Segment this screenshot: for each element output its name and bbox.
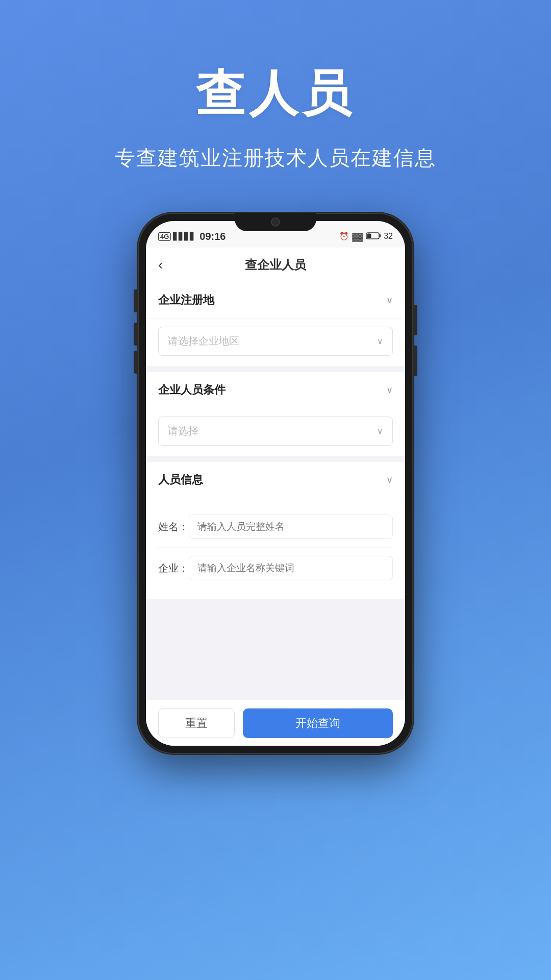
section-conditions: 企业人员条件 ∨ 请选择 ∨ bbox=[146, 372, 405, 456]
company-input[interactable] bbox=[189, 556, 393, 580]
alarm-icon: ⏰ bbox=[339, 232, 349, 241]
name-form-row: 姓名： bbox=[158, 506, 393, 548]
svg-rect-1 bbox=[380, 234, 381, 237]
conditions-select[interactable]: 请选择 ∨ bbox=[158, 416, 393, 446]
empty-area bbox=[146, 605, 405, 687]
bottom-bar: 重置 开始查询 bbox=[146, 700, 405, 746]
page-sub-title: 专查建筑业注册技术人员在建信息 bbox=[115, 144, 436, 172]
name-label: 姓名： bbox=[158, 520, 189, 534]
section-person-info-header: 人员信息 ∨ bbox=[146, 462, 405, 498]
name-input-wrapper bbox=[189, 514, 393, 539]
section-person-info-title: 人员信息 bbox=[158, 472, 203, 487]
select-chevron-icon-2: ∨ bbox=[377, 426, 383, 436]
section-conditions-title: 企业人员条件 bbox=[158, 382, 226, 398]
conditions-placeholder: 请选择 bbox=[168, 424, 198, 438]
section-conditions-content: 请选择 ∨ bbox=[146, 408, 405, 456]
back-button[interactable]: ‹ bbox=[158, 257, 163, 273]
battery-percentage: 32 bbox=[384, 232, 393, 241]
reset-button[interactable]: 重置 bbox=[158, 708, 235, 738]
nav-title: 查企业人员 bbox=[245, 257, 306, 273]
chevron-down-icon-2: ∨ bbox=[386, 384, 393, 396]
company-form-row: 企业： bbox=[158, 548, 393, 589]
section-conditions-header: 企业人员条件 ∨ bbox=[146, 372, 405, 408]
select-chevron-icon: ∨ bbox=[377, 336, 383, 346]
phone-shell: 4G ▋▋▋▋ 09:16 ⏰ ▓▓ 32 bbox=[138, 213, 413, 754]
section-registration-content: 请选择企业地区 ∨ bbox=[146, 318, 405, 366]
phone-screen: 4G ▋▋▋▋ 09:16 ⏰ ▓▓ 32 bbox=[146, 221, 405, 746]
status-right: ⏰ ▓▓ 32 bbox=[339, 232, 393, 241]
section-registration-title: 企业注册地 bbox=[158, 292, 214, 308]
search-button[interactable]: 开始查询 bbox=[243, 708, 393, 738]
battery-level bbox=[366, 232, 381, 241]
page-main-title: 查人员 bbox=[196, 61, 355, 128]
phone-mockup: 4G ▋▋▋▋ 09:16 ⏰ ▓▓ 32 bbox=[138, 213, 413, 754]
section-person-info-content: 姓名： 企业： bbox=[146, 498, 405, 599]
svg-rect-2 bbox=[367, 233, 371, 238]
section-registration-header: 企业注册地 ∨ bbox=[146, 282, 405, 318]
name-input[interactable] bbox=[189, 514, 393, 539]
phone-notch bbox=[235, 213, 316, 231]
section-registration: 企业注册地 ∨ 请选择企业地区 ∨ bbox=[146, 282, 405, 366]
section-person-info: 人员信息 ∨ 姓名： 企业： bbox=[146, 462, 405, 599]
company-label: 企业： bbox=[158, 561, 189, 575]
company-input-wrapper bbox=[189, 556, 393, 580]
company-region-placeholder: 请选择企业地区 bbox=[168, 334, 239, 348]
nav-bar: ‹ 查企业人员 bbox=[146, 248, 405, 282]
signal-icon: ▋▋▋▋ bbox=[173, 232, 195, 240]
chevron-down-icon: ∨ bbox=[386, 295, 393, 306]
status-left: 4G ▋▋▋▋ 09:16 bbox=[158, 231, 226, 242]
wifi-signal-icon: ▓▓ bbox=[352, 232, 363, 241]
chevron-down-icon-3: ∨ bbox=[386, 474, 393, 485]
front-camera bbox=[271, 217, 280, 227]
company-region-select[interactable]: 请选择企业地区 ∨ bbox=[158, 327, 393, 356]
status-time: 09:16 bbox=[199, 231, 226, 242]
network-badge: 4G bbox=[158, 232, 171, 241]
content-area: 企业注册地 ∨ 请选择企业地区 ∨ 企业人员条件 ∨ bbox=[146, 282, 405, 700]
